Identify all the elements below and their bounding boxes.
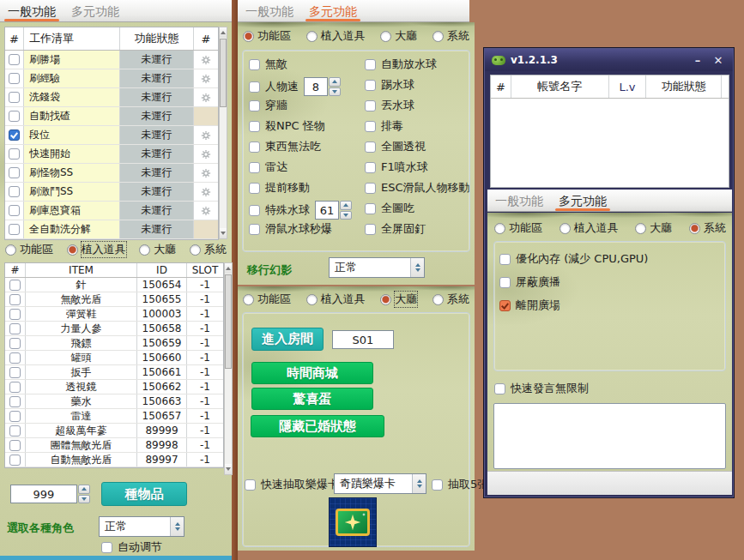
task-checkbox[interactable]	[9, 111, 20, 122]
task-checkbox[interactable]	[9, 148, 20, 160]
item-checkbox[interactable]	[9, 382, 21, 393]
tab-multi[interactable]: 多元功能	[301, 0, 365, 21]
item-checkbox[interactable]	[9, 440, 21, 451]
item-checkbox[interactable]	[9, 411, 21, 422]
spinner-up-button[interactable]	[340, 201, 352, 210]
tab-multi[interactable]: 多元功能	[64, 0, 127, 21]
radio-function-area[interactable]: 功能區	[5, 242, 53, 257]
radio-button[interactable]	[139, 244, 150, 256]
quick-draw-checkbox[interactable]	[245, 479, 256, 491]
gear-icon[interactable]	[194, 202, 218, 220]
feature-checkbox[interactable]	[249, 59, 260, 70]
feature-checkbox[interactable]	[365, 183, 376, 194]
time-shop-button[interactable]: 時間商城	[251, 362, 373, 384]
system-checkbox[interactable]	[499, 300, 511, 311]
task-checkbox[interactable]	[9, 167, 20, 178]
feature-checkbox[interactable]	[365, 224, 376, 235]
item-checkbox[interactable]	[9, 338, 21, 349]
dropdown-spin-buttons[interactable]	[410, 258, 424, 277]
radio-button[interactable]	[5, 244, 16, 256]
radio-button[interactable]	[306, 31, 318, 42]
radio-button[interactable]	[243, 294, 254, 305]
feature-checkbox[interactable]	[249, 100, 260, 111]
surprise-egg-button[interactable]: 驚喜蛋	[251, 388, 373, 410]
item-checkbox[interactable]	[9, 367, 21, 378]
task-checkbox[interactable]	[9, 205, 20, 216]
gear-icon[interactable]	[194, 183, 218, 201]
feature-checkbox[interactable]	[249, 121, 260, 132]
radio-system[interactable]: 系統	[689, 220, 726, 236]
radio-lobby[interactable]: 大廳	[380, 292, 417, 307]
item-checkbox[interactable]	[9, 352, 21, 364]
scrollbar-thumb[interactable]	[225, 274, 232, 369]
system-checkbox[interactable]	[499, 277, 511, 288]
radio-function-area[interactable]: 功能區	[243, 28, 291, 44]
feature-checkbox[interactable]	[365, 162, 376, 173]
spinner-value[interactable]: 61	[315, 201, 339, 220]
dropdown-spin-buttons[interactable]	[412, 474, 426, 493]
quick-say-checkbox[interactable]	[494, 383, 505, 394]
radio-button[interactable]	[67, 244, 78, 256]
radio-insert-item[interactable]: 植入道具	[306, 28, 366, 44]
radio-function-area[interactable]: 功能區	[494, 220, 542, 236]
scroll-up-button[interactable]	[220, 27, 227, 38]
radio-insert-item[interactable]: 植入道具	[67, 242, 126, 257]
radio-lobby[interactable]: 大廳	[139, 242, 176, 257]
system-checkbox[interactable]	[499, 254, 511, 265]
dropdown-spin-buttons[interactable]	[170, 517, 184, 536]
gear-icon[interactable]	[194, 126, 218, 144]
item-checkbox[interactable]	[9, 309, 21, 320]
scroll-up-button[interactable]	[225, 263, 232, 274]
feature-checkbox[interactable]	[249, 224, 260, 235]
gear-icon[interactable]	[194, 51, 218, 69]
item-checkbox[interactable]	[9, 294, 21, 305]
tab-general[interactable]: 一般功能	[0, 0, 64, 21]
close-button[interactable]: ✕	[711, 54, 726, 67]
titlebar[interactable]: v1.2.1.3 – ✕	[485, 49, 733, 71]
hide-married-button[interactable]: 隱藏已婚狀態	[251, 415, 384, 437]
radio-insert-item[interactable]: 植入道具	[306, 292, 366, 307]
radio-lobby[interactable]: 大廳	[635, 220, 672, 236]
auto-adjust-checkbox[interactable]	[101, 542, 112, 553]
radio-button[interactable]	[560, 223, 571, 234]
minimize-button[interactable]: –	[690, 54, 705, 67]
gear-icon[interactable]	[194, 164, 218, 182]
gear-icon[interactable]	[194, 145, 218, 163]
scroll-down-button[interactable]	[225, 464, 232, 474]
radio-button[interactable]	[494, 223, 505, 234]
plant-item-button[interactable]: 種物品	[101, 482, 187, 506]
task-checkbox[interactable]	[9, 129, 20, 141]
room-input[interactable]: S01	[332, 330, 394, 349]
feature-checkbox[interactable]	[249, 205, 260, 216]
tab-multi[interactable]: 多元功能	[551, 190, 614, 211]
item-checkbox[interactable]	[9, 425, 21, 437]
spinner-down-button[interactable]	[78, 495, 90, 504]
task-checkbox[interactable]	[9, 186, 20, 197]
tab-general[interactable]: 一般功能	[487, 190, 551, 211]
radio-system[interactable]: 系統	[432, 292, 469, 307]
task-checkbox[interactable]	[9, 54, 20, 65]
item-checkbox[interactable]	[9, 323, 21, 334]
spinner-down-button[interactable]	[340, 211, 352, 220]
shadow-mode-select[interactable]: 正常	[329, 257, 425, 278]
spinner-value[interactable]: 8	[304, 77, 328, 96]
card-type-select[interactable]: 奇蹟樂爆卡	[334, 473, 426, 494]
feature-checkbox[interactable]	[249, 142, 260, 153]
draw-five-checkbox[interactable]	[432, 479, 443, 491]
spinner-value[interactable]: 999	[10, 485, 77, 503]
gear-icon[interactable]	[194, 88, 218, 106]
item-table-scrollbar[interactable]	[224, 262, 233, 475]
radio-button[interactable]	[190, 244, 201, 256]
task-table-scrollbar[interactable]	[219, 27, 227, 239]
feature-checkbox[interactable]	[365, 100, 376, 111]
radio-button[interactable]	[380, 31, 391, 42]
radio-function-area[interactable]: 功能區	[243, 292, 291, 307]
task-checkbox[interactable]	[9, 73, 20, 84]
radio-system[interactable]: 系統	[432, 28, 469, 44]
feature-checkbox[interactable]	[365, 59, 376, 70]
item-checkbox[interactable]	[9, 280, 21, 291]
quick-say-textarea[interactable]	[493, 403, 726, 469]
item-checkbox[interactable]	[9, 455, 21, 466]
spinner-down-button[interactable]	[329, 87, 341, 97]
radio-lobby[interactable]: 大廳	[380, 28, 417, 44]
